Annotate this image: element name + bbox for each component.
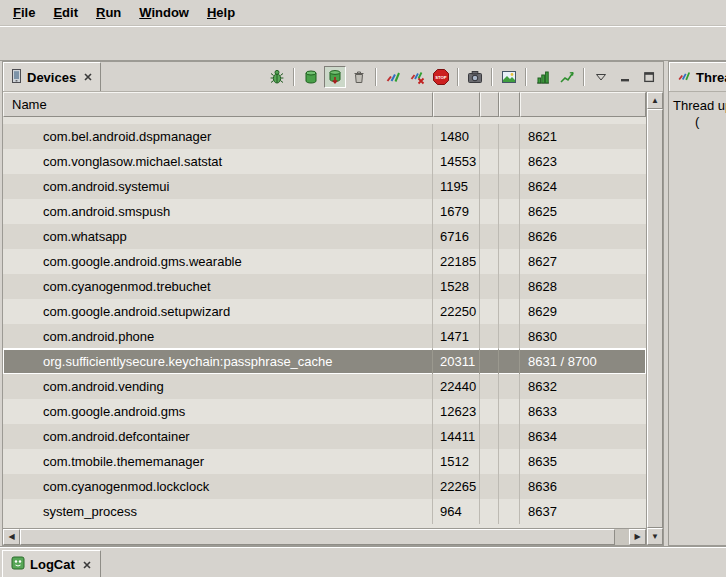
process-port: 8629 (520, 299, 646, 324)
vertical-scrollbar-thumb[interactable] (647, 109, 663, 528)
process-cell (480, 499, 499, 524)
table-row[interactable]: com.android.defcontainer 14411 8634 (3, 424, 646, 449)
process-cell (480, 274, 499, 299)
toolbar-separator (293, 68, 295, 86)
process-cell (499, 449, 520, 474)
process-pid: 1471 (433, 324, 480, 349)
minimize-icon[interactable] (614, 66, 636, 88)
threads-status-text: Thread up (673, 98, 726, 113)
main-toolbar-band (0, 26, 726, 61)
process-name: com.google.android.setupwizard (3, 299, 433, 324)
process-pid: 12623 (433, 399, 480, 424)
tab-threads[interactable]: Threads (669, 62, 726, 91)
process-pid: 22250 (433, 299, 480, 324)
menu-file[interactable]: File (4, 2, 44, 23)
close-icon[interactable] (83, 72, 93, 82)
process-cell (499, 499, 520, 524)
scroll-left-icon[interactable]: ◀ (3, 529, 20, 545)
process-name: com.android.smspush (3, 199, 433, 224)
menu-edit[interactable]: Edit (44, 2, 87, 23)
process-port: 8630 (520, 324, 646, 349)
horizontal-scrollbar[interactable]: ◀ ▶ (3, 528, 646, 545)
table-row[interactable]: com.android.vending 22440 8632 (3, 374, 646, 399)
stop-process-icon[interactable]: STOP (430, 66, 452, 88)
maximize-icon[interactable] (638, 66, 660, 88)
horizontal-scrollbar-thumb[interactable] (20, 529, 615, 545)
sysinfo-icon[interactable] (532, 66, 554, 88)
table-row[interactable]: com.whatsapp 6716 8626 (3, 224, 646, 249)
process-cell (499, 324, 520, 349)
menu-help[interactable]: Help (198, 2, 244, 23)
column-header[interactable] (499, 92, 520, 117)
process-cell (480, 224, 499, 249)
process-pid: 1195 (433, 174, 480, 199)
process-name: system_process (3, 499, 433, 524)
table-row[interactable]: com.tmobile.thememanager 1512 8635 (3, 449, 646, 474)
column-header[interactable] (480, 92, 499, 117)
tab-logcat[interactable]: LogCat (2, 550, 101, 577)
debug-process-icon[interactable] (266, 66, 288, 88)
process-cell (499, 399, 520, 424)
tab-threads-label: Threads (696, 70, 726, 85)
toolbar-separator (457, 68, 459, 86)
close-icon[interactable] (82, 560, 92, 570)
scroll-up-icon[interactable]: ▲ (647, 92, 663, 109)
process-cell (480, 174, 499, 199)
process-pid: 22265 (433, 474, 480, 499)
process-pid: 14411 (433, 424, 480, 449)
scroll-down-icon[interactable]: ▼ (647, 528, 663, 545)
process-name: com.android.defcontainer (3, 424, 433, 449)
update-heap-icon[interactable] (300, 66, 322, 88)
screenshot-gallery-icon[interactable] (498, 66, 520, 88)
cause-gc-icon[interactable] (348, 66, 370, 88)
table-row[interactable]: com.bel.android.dspmanager 1480 8621 (3, 124, 646, 149)
dump-hprof-icon[interactable] (324, 66, 346, 88)
vertical-scrollbar[interactable]: ▲ ▼ (646, 92, 663, 545)
table-row[interactable]: com.cyanogenmod.trebuchet 1528 8628 (3, 274, 646, 299)
process-name: com.tmobile.thememanager (3, 449, 433, 474)
process-name: com.android.phone (3, 324, 433, 349)
table-row[interactable]: system_process 964 8637 (3, 499, 646, 524)
process-cell (499, 349, 520, 374)
scroll-right-icon[interactable]: ▶ (629, 529, 646, 545)
dump-threads-icon[interactable] (406, 66, 428, 88)
devices-view: Devices (2, 61, 664, 546)
menu-window[interactable]: Window (130, 2, 198, 23)
process-name: com.android.vending (3, 374, 433, 399)
process-name: com.bel.android.dspmanager (3, 124, 433, 149)
method-profiling-icon[interactable] (556, 66, 578, 88)
process-cell (499, 224, 520, 249)
screen-capture-icon[interactable] (464, 66, 486, 88)
device-icon (11, 69, 22, 86)
process-cell (499, 149, 520, 174)
column-header-pid[interactable] (433, 92, 480, 117)
column-header-name[interactable]: Name (3, 92, 433, 117)
table-row[interactable]: org.sufficientlysecure.keychain:passphra… (3, 349, 646, 374)
menu-run[interactable]: Run (87, 2, 130, 23)
process-port: 8623 (520, 149, 646, 174)
process-cell (480, 449, 499, 474)
table-row[interactable]: com.android.smspush 1679 8625 (3, 199, 646, 224)
process-cell (480, 149, 499, 174)
process-cell (499, 474, 520, 499)
table-row[interactable]: com.vonglasow.michael.satstat 14553 8623 (3, 149, 646, 174)
table-row[interactable]: com.android.systemui 1195 8624 (3, 174, 646, 199)
table-row[interactable]: com.google.android.setupwizard 22250 862… (3, 299, 646, 324)
process-cell (480, 324, 499, 349)
table-row[interactable]: com.android.phone 1471 8630 (3, 324, 646, 349)
process-name: com.google.android.gms.wearable (3, 249, 433, 274)
column-header-port[interactable] (520, 92, 646, 117)
process-cell (499, 174, 520, 199)
table-row[interactable]: com.google.android.gms.wearable 22185 86… (3, 249, 646, 274)
process-pid: 1480 (433, 124, 480, 149)
toolbar-separator (375, 68, 377, 86)
tab-devices[interactable]: Devices (3, 62, 101, 91)
toolbar-separator (491, 68, 493, 86)
view-menu-icon[interactable] (590, 66, 612, 88)
process-name: com.whatsapp (3, 224, 433, 249)
table-row[interactable]: com.cyanogenmod.lockclock 22265 8636 (3, 474, 646, 499)
update-threads-icon[interactable] (382, 66, 404, 88)
process-table-rows: com.bel.android.dspmanager 1480 8621 com… (3, 117, 646, 528)
table-row[interactable]: com.google.android.gms 12623 8633 (3, 399, 646, 424)
process-name: com.cyanogenmod.lockclock (3, 474, 433, 499)
